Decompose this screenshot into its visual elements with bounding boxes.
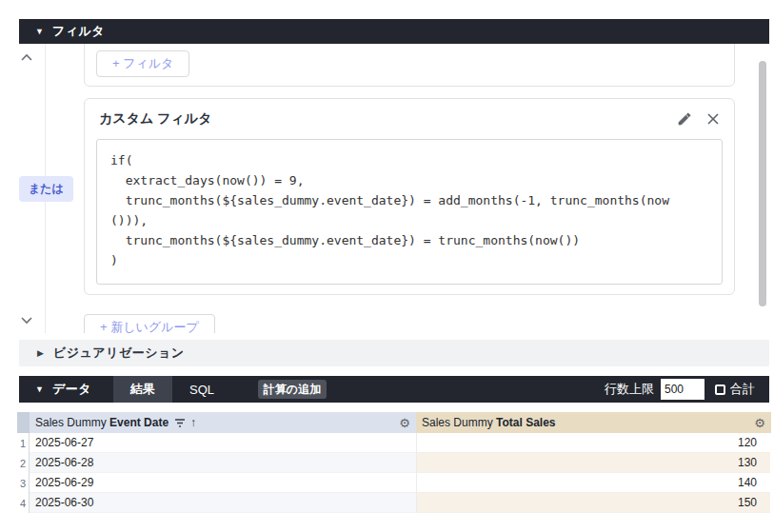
add-new-group-button[interactable]: + 新しいグループ — [84, 314, 215, 333]
event-date-cell[interactable]: 2025-06-28 — [30, 453, 416, 473]
row-number: 2 — [17, 453, 30, 473]
add-filter-button[interactable]: + フィルタ — [96, 50, 189, 77]
sort-ascending-icon: ↑ — [190, 416, 196, 429]
table-row: 22025-06-28130 — [17, 453, 771, 473]
row-limit-input[interactable] — [661, 379, 705, 400]
caret-down-icon: ▼ — [35, 27, 44, 36]
visualization-section-bar[interactable]: ▶ ビジュアリゼーション — [19, 340, 769, 366]
column-field-label: Event Date — [109, 416, 169, 429]
column-header-event-date[interactable]: Sales Dummy Event Date ↑ ⚙ — [30, 412, 416, 433]
row-limit-label: 行数上限 — [605, 381, 654, 398]
data-section-bar[interactable]: ▼ データ 結果 SQL 計算の追加 行数上限 合計 — [19, 376, 769, 403]
row-number: 4 — [17, 493, 30, 513]
total-sales-cell[interactable]: 120 — [416, 433, 770, 453]
collapse-chevron-down-icon[interactable] — [20, 313, 33, 326]
filter-applied-icon — [174, 417, 186, 428]
table-row: 12025-06-27120 — [17, 433, 771, 453]
caret-down-icon: ▼ — [35, 384, 44, 394]
edit-pencil-icon[interactable] — [677, 111, 692, 127]
totals-label: 合計 — [730, 381, 755, 398]
data-section-title: データ — [52, 381, 91, 398]
table-row: 42025-06-30150 — [17, 493, 771, 513]
table-row: 32025-06-29140 — [17, 473, 771, 493]
total-sales-cell[interactable]: 140 — [416, 473, 770, 493]
row-number-header — [17, 412, 30, 433]
caret-right-icon: ▶ — [37, 348, 44, 358]
add-calculation-button[interactable]: 計算の追加 — [258, 380, 327, 399]
event-date-cell[interactable]: 2025-06-27 — [30, 433, 416, 453]
row-number: 1 — [17, 433, 30, 453]
explore-page: ▼ フィルタ または + フィルタ カスタム フィルタ — [0, 0, 774, 532]
column-gear-icon[interactable]: ⚙ — [399, 417, 416, 429]
results-table: Sales Dummy Event Date ↑ ⚙ Sales Dummy T… — [17, 412, 771, 513]
close-icon[interactable] — [705, 111, 721, 127]
event-date-cell[interactable]: 2025-06-29 — [30, 473, 416, 493]
total-sales-cell[interactable]: 130 — [416, 453, 770, 473]
column-gear-icon[interactable]: ⚙ — [754, 417, 771, 429]
visualization-section-title: ビジュアリゼーション — [53, 345, 185, 362]
column-field-label: Total Sales — [496, 416, 555, 429]
column-group-label: Sales Dummy — [35, 416, 109, 429]
custom-filter-title: カスタム フィルタ — [99, 110, 212, 128]
custom-filter-code-box[interactable]: if( extract_days(now()) = 9, trunc_month… — [96, 139, 723, 285]
table-header-row: Sales Dummy Event Date ↑ ⚙ Sales Dummy T… — [17, 412, 771, 433]
filters-scrollbar-thumb[interactable] — [759, 61, 766, 306]
table-body: 12025-06-2712022025-06-2813032025-06-291… — [17, 433, 771, 513]
total-sales-cell[interactable]: 150 — [416, 493, 770, 513]
totals-checkbox[interactable] — [715, 384, 725, 395]
or-operator-chip[interactable]: または — [19, 176, 73, 202]
column-group-label: Sales Dummy — [422, 416, 496, 429]
filters-panel: または + フィルタ カスタム フィルタ if( extract_ — [19, 44, 769, 333]
row-number: 3 — [17, 473, 30, 493]
custom-filter-expression[interactable]: if( extract_days(now()) = 9, trunc_month… — [110, 150, 722, 270]
filters-section-title: フィルタ — [52, 23, 105, 40]
filter-group-card: + フィルタ — [84, 44, 735, 87]
tab-sql[interactable]: SQL — [180, 376, 224, 403]
collapse-chevron-up-icon[interactable] — [20, 51, 33, 65]
column-header-total-sales[interactable]: Sales Dummy Total Sales ⚙ — [416, 412, 771, 433]
custom-filter-card: カスタム フィルタ if( extract_days(now()) = 9, t… — [84, 98, 735, 295]
filters-section-bar[interactable]: ▼ フィルタ — [19, 19, 769, 44]
tab-results[interactable]: 結果 — [113, 376, 172, 403]
event-date-cell[interactable]: 2025-06-30 — [30, 493, 416, 513]
